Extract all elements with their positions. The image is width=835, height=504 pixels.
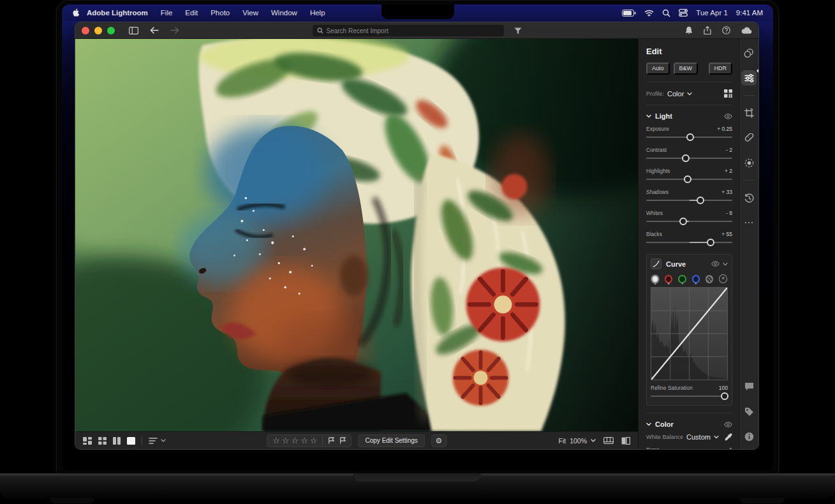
photo-grid-view-icon[interactable]: [83, 437, 92, 445]
close-button[interactable]: [82, 27, 89, 34]
refine-saturation-slider[interactable]: [651, 392, 728, 400]
visibility-eye-icon[interactable]: [724, 114, 732, 119]
blue-channel-button[interactable]: [692, 275, 700, 283]
menu-help[interactable]: Help: [304, 9, 332, 17]
control-center-icon[interactable]: [679, 9, 688, 17]
menu-window[interactable]: Window: [265, 9, 304, 17]
zoom-button[interactable]: [107, 27, 115, 34]
presets-icon[interactable]: [741, 45, 757, 61]
curve-reset-button[interactable]: [719, 274, 727, 283]
search-input[interactable]: [327, 27, 499, 34]
edit-sliders-icon[interactable]: [741, 70, 757, 85]
sidebar-toggle-icon[interactable]: [129, 27, 138, 34]
profile-value[interactable]: Color: [667, 90, 684, 98]
star-icon[interactable]: [300, 436, 308, 445]
shadows-slider[interactable]: [646, 196, 732, 204]
share-icon[interactable]: [704, 26, 711, 34]
slider-knob[interactable]: [684, 175, 691, 183]
masking-icon[interactable]: [741, 155, 757, 170]
contrast-slider[interactable]: [646, 154, 732, 162]
red-channel-button[interactable]: [665, 275, 672, 283]
search-field[interactable]: [313, 25, 504, 36]
menu-file[interactable]: File: [154, 9, 179, 17]
chevron-down-icon[interactable]: [723, 262, 728, 267]
cloud-sync-icon[interactable]: [741, 27, 752, 34]
sort-icon[interactable]: [149, 438, 166, 444]
lightroom-window: Copy Edit Settings Fit 100%: [75, 22, 759, 450]
minimize-button[interactable]: [94, 27, 102, 34]
slider-knob[interactable]: [682, 154, 690, 162]
highlights-slider[interactable]: [646, 175, 732, 183]
slider-knob[interactable]: [697, 196, 704, 204]
comments-icon[interactable]: [741, 379, 757, 394]
visibility-eye-icon[interactable]: [724, 422, 732, 427]
settings-gear-icon[interactable]: [431, 434, 447, 447]
exposure-slider[interactable]: [646, 133, 732, 141]
detail-view-icon[interactable]: [127, 437, 135, 445]
version-history-icon[interactable]: [741, 190, 757, 205]
info-icon[interactable]: [741, 429, 757, 444]
reject-flag-icon[interactable]: [340, 437, 346, 444]
eyedropper-icon[interactable]: [725, 433, 732, 441]
star-icon[interactable]: [272, 436, 280, 445]
profile-row[interactable]: Profile: Color: [646, 89, 732, 98]
bw-button[interactable]: B&W: [674, 63, 698, 75]
white-channel-button[interactable]: [651, 275, 659, 283]
color-section-header[interactable]: Color: [646, 420, 732, 428]
lid-notch: [353, 473, 481, 482]
help-icon[interactable]: [722, 26, 730, 34]
battery-icon[interactable]: [622, 10, 636, 17]
slider-knob[interactable]: [707, 239, 714, 246]
square-grid-view-icon[interactable]: [98, 437, 107, 445]
wifi-icon[interactable]: [644, 10, 654, 17]
whites-slider[interactable]: [646, 217, 732, 225]
pick-flag-icon[interactable]: [329, 437, 335, 444]
keywords-tag-icon[interactable]: [741, 404, 757, 419]
menubar-time[interactable]: 9:41 AM: [736, 9, 763, 17]
profile-browser-icon[interactable]: [724, 89, 732, 98]
menubar-app-name[interactable]: Adobe Lightroom: [80, 9, 154, 17]
slider-knob[interactable]: [686, 133, 694, 141]
visibility-eye-icon[interactable]: [711, 261, 720, 267]
before-after-icon[interactable]: [621, 437, 630, 445]
slider-value: - 2: [726, 147, 732, 153]
menu-view[interactable]: View: [236, 9, 265, 17]
zoom-fit-label: Fit: [558, 437, 566, 445]
compare-view-icon[interactable]: [113, 437, 121, 445]
menu-edit[interactable]: Edit: [179, 9, 204, 17]
auto-button[interactable]: Auto: [646, 63, 670, 75]
light-section-header[interactable]: Light: [646, 112, 732, 120]
white-balance-row[interactable]: White Balance Custom: [646, 433, 732, 441]
copy-edit-settings-button[interactable]: Copy Edit Settings: [358, 434, 425, 447]
green-channel-button[interactable]: [678, 275, 686, 283]
white-balance-value[interactable]: Custom: [686, 433, 711, 441]
apple-logo-icon[interactable]: [72, 8, 80, 18]
healing-brush-icon[interactable]: [741, 130, 757, 145]
hdr-button[interactable]: HDR: [709, 63, 733, 75]
photo-preview[interactable]: [75, 39, 638, 431]
tool-rail: [739, 39, 758, 449]
filter-funnel-icon[interactable]: [514, 27, 522, 34]
slider-value: - 8: [726, 210, 732, 216]
notifications-bell-icon[interactable]: [685, 26, 693, 34]
more-icon[interactable]: [741, 215, 757, 230]
slider-knob[interactable]: [721, 392, 728, 400]
targeted-adjustment-button[interactable]: [706, 275, 713, 283]
star-rating[interactable]: [272, 436, 317, 445]
back-arrow-icon[interactable]: [150, 27, 159, 34]
slider-knob[interactable]: [679, 218, 687, 225]
forward-arrow-icon[interactable]: [170, 27, 179, 34]
divider: [646, 105, 732, 105]
chevron-down-icon: [714, 434, 719, 440]
star-icon[interactable]: [292, 436, 299, 445]
blacks-slider[interactable]: [646, 238, 732, 246]
zoom-select[interactable]: Fit 100%: [558, 437, 596, 445]
crop-rotate-icon[interactable]: [741, 105, 757, 121]
spotlight-search-icon[interactable]: [662, 9, 670, 17]
menubar-date[interactable]: Tue Apr 1: [696, 9, 727, 17]
star-icon[interactable]: [310, 436, 318, 445]
star-icon[interactable]: [282, 436, 290, 445]
menu-photo[interactable]: Photo: [204, 9, 236, 17]
filmstrip-toggle-icon[interactable]: [603, 437, 614, 444]
tone-curve-graph[interactable]: [651, 287, 728, 380]
